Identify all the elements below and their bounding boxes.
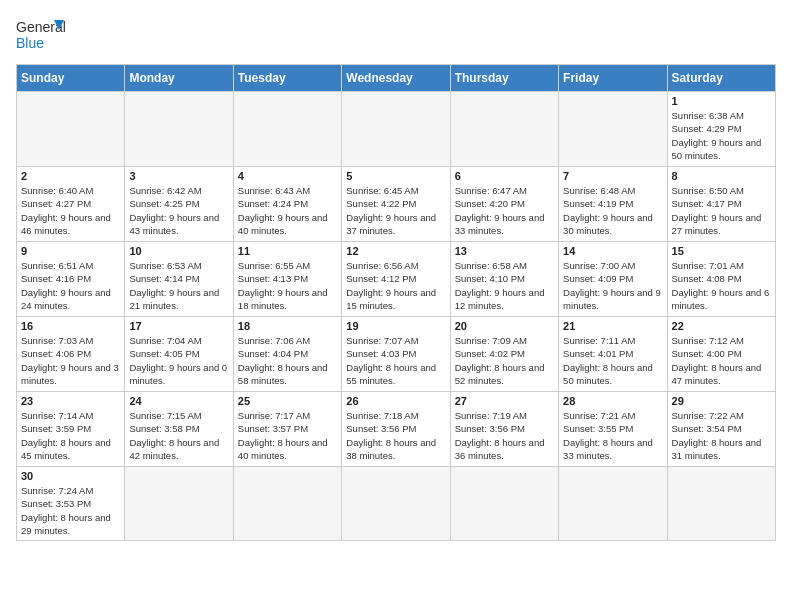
- day-info: Sunrise: 7:09 AM Sunset: 4:02 PM Dayligh…: [455, 334, 554, 387]
- calendar-cell: 21Sunrise: 7:11 AM Sunset: 4:01 PM Dayli…: [559, 317, 667, 392]
- day-info: Sunrise: 6:42 AM Sunset: 4:25 PM Dayligh…: [129, 184, 228, 237]
- week-row-1: 1Sunrise: 6:38 AM Sunset: 4:29 PM Daylig…: [17, 92, 776, 167]
- week-row-4: 16Sunrise: 7:03 AM Sunset: 4:06 PM Dayli…: [17, 317, 776, 392]
- day-info: Sunrise: 7:14 AM Sunset: 3:59 PM Dayligh…: [21, 409, 120, 462]
- calendar-cell: 11Sunrise: 6:55 AM Sunset: 4:13 PM Dayli…: [233, 242, 341, 317]
- day-number: 16: [21, 320, 120, 332]
- day-number: 17: [129, 320, 228, 332]
- calendar-cell: [342, 467, 450, 541]
- day-info: Sunrise: 7:01 AM Sunset: 4:08 PM Dayligh…: [672, 259, 771, 312]
- week-row-3: 9Sunrise: 6:51 AM Sunset: 4:16 PM Daylig…: [17, 242, 776, 317]
- day-info: Sunrise: 6:48 AM Sunset: 4:19 PM Dayligh…: [563, 184, 662, 237]
- day-number: 11: [238, 245, 337, 257]
- day-number: 20: [455, 320, 554, 332]
- day-number: 18: [238, 320, 337, 332]
- weekday-header-row: SundayMondayTuesdayWednesdayThursdayFrid…: [17, 65, 776, 92]
- day-info: Sunrise: 6:45 AM Sunset: 4:22 PM Dayligh…: [346, 184, 445, 237]
- calendar-cell: 2Sunrise: 6:40 AM Sunset: 4:27 PM Daylig…: [17, 167, 125, 242]
- calendar-cell: 3Sunrise: 6:42 AM Sunset: 4:25 PM Daylig…: [125, 167, 233, 242]
- calendar-cell: [559, 92, 667, 167]
- weekday-header-saturday: Saturday: [667, 65, 775, 92]
- day-info: Sunrise: 6:47 AM Sunset: 4:20 PM Dayligh…: [455, 184, 554, 237]
- week-row-5: 23Sunrise: 7:14 AM Sunset: 3:59 PM Dayli…: [17, 392, 776, 467]
- day-number: 1: [672, 95, 771, 107]
- day-number: 30: [21, 470, 120, 482]
- day-info: Sunrise: 6:58 AM Sunset: 4:10 PM Dayligh…: [455, 259, 554, 312]
- day-info: Sunrise: 7:18 AM Sunset: 3:56 PM Dayligh…: [346, 409, 445, 462]
- day-info: Sunrise: 7:17 AM Sunset: 3:57 PM Dayligh…: [238, 409, 337, 462]
- day-info: Sunrise: 7:24 AM Sunset: 3:53 PM Dayligh…: [21, 484, 120, 537]
- week-row-6: 30Sunrise: 7:24 AM Sunset: 3:53 PM Dayli…: [17, 467, 776, 541]
- calendar-cell: 25Sunrise: 7:17 AM Sunset: 3:57 PM Dayli…: [233, 392, 341, 467]
- day-info: Sunrise: 7:03 AM Sunset: 4:06 PM Dayligh…: [21, 334, 120, 387]
- day-number: 29: [672, 395, 771, 407]
- calendar-cell: 24Sunrise: 7:15 AM Sunset: 3:58 PM Dayli…: [125, 392, 233, 467]
- day-number: 2: [21, 170, 120, 182]
- calendar-cell: 18Sunrise: 7:06 AM Sunset: 4:04 PM Dayli…: [233, 317, 341, 392]
- calendar-cell: [559, 467, 667, 541]
- calendar-cell: [17, 92, 125, 167]
- day-number: 6: [455, 170, 554, 182]
- week-row-2: 2Sunrise: 6:40 AM Sunset: 4:27 PM Daylig…: [17, 167, 776, 242]
- calendar-cell: 7Sunrise: 6:48 AM Sunset: 4:19 PM Daylig…: [559, 167, 667, 242]
- day-number: 24: [129, 395, 228, 407]
- calendar-cell: 5Sunrise: 6:45 AM Sunset: 4:22 PM Daylig…: [342, 167, 450, 242]
- calendar-cell: 30Sunrise: 7:24 AM Sunset: 3:53 PM Dayli…: [17, 467, 125, 541]
- day-number: 9: [21, 245, 120, 257]
- day-number: 22: [672, 320, 771, 332]
- calendar-cell: 4Sunrise: 6:43 AM Sunset: 4:24 PM Daylig…: [233, 167, 341, 242]
- weekday-header-wednesday: Wednesday: [342, 65, 450, 92]
- day-info: Sunrise: 7:15 AM Sunset: 3:58 PM Dayligh…: [129, 409, 228, 462]
- calendar-cell: 10Sunrise: 6:53 AM Sunset: 4:14 PM Dayli…: [125, 242, 233, 317]
- calendar-cell: [233, 92, 341, 167]
- day-number: 14: [563, 245, 662, 257]
- calendar-cell: 27Sunrise: 7:19 AM Sunset: 3:56 PM Dayli…: [450, 392, 558, 467]
- calendar-cell: 22Sunrise: 7:12 AM Sunset: 4:00 PM Dayli…: [667, 317, 775, 392]
- day-info: Sunrise: 7:04 AM Sunset: 4:05 PM Dayligh…: [129, 334, 228, 387]
- calendar-cell: 13Sunrise: 6:58 AM Sunset: 4:10 PM Dayli…: [450, 242, 558, 317]
- calendar-cell: 23Sunrise: 7:14 AM Sunset: 3:59 PM Dayli…: [17, 392, 125, 467]
- weekday-header-monday: Monday: [125, 65, 233, 92]
- calendar-cell: [342, 92, 450, 167]
- day-number: 3: [129, 170, 228, 182]
- day-info: Sunrise: 6:55 AM Sunset: 4:13 PM Dayligh…: [238, 259, 337, 312]
- day-number: 25: [238, 395, 337, 407]
- day-info: Sunrise: 7:07 AM Sunset: 4:03 PM Dayligh…: [346, 334, 445, 387]
- calendar-cell: [667, 467, 775, 541]
- calendar-cell: 17Sunrise: 7:04 AM Sunset: 4:05 PM Dayli…: [125, 317, 233, 392]
- day-number: 12: [346, 245, 445, 257]
- day-number: 5: [346, 170, 445, 182]
- weekday-header-thursday: Thursday: [450, 65, 558, 92]
- day-number: 23: [21, 395, 120, 407]
- day-number: 15: [672, 245, 771, 257]
- calendar-cell: 6Sunrise: 6:47 AM Sunset: 4:20 PM Daylig…: [450, 167, 558, 242]
- day-info: Sunrise: 7:06 AM Sunset: 4:04 PM Dayligh…: [238, 334, 337, 387]
- day-info: Sunrise: 7:22 AM Sunset: 3:54 PM Dayligh…: [672, 409, 771, 462]
- svg-text:Blue: Blue: [16, 35, 44, 51]
- calendar-cell: [125, 92, 233, 167]
- weekday-header-friday: Friday: [559, 65, 667, 92]
- calendar-cell: 8Sunrise: 6:50 AM Sunset: 4:17 PM Daylig…: [667, 167, 775, 242]
- day-number: 21: [563, 320, 662, 332]
- generalblue-logo-icon: GeneralBlue: [16, 16, 66, 52]
- weekday-header-sunday: Sunday: [17, 65, 125, 92]
- day-info: Sunrise: 7:19 AM Sunset: 3:56 PM Dayligh…: [455, 409, 554, 462]
- calendar-cell: 9Sunrise: 6:51 AM Sunset: 4:16 PM Daylig…: [17, 242, 125, 317]
- day-info: Sunrise: 6:43 AM Sunset: 4:24 PM Dayligh…: [238, 184, 337, 237]
- calendar-cell: 15Sunrise: 7:01 AM Sunset: 4:08 PM Dayli…: [667, 242, 775, 317]
- calendar-cell: 14Sunrise: 7:00 AM Sunset: 4:09 PM Dayli…: [559, 242, 667, 317]
- day-info: Sunrise: 7:00 AM Sunset: 4:09 PM Dayligh…: [563, 259, 662, 312]
- calendar-cell: 29Sunrise: 7:22 AM Sunset: 3:54 PM Dayli…: [667, 392, 775, 467]
- day-number: 19: [346, 320, 445, 332]
- day-number: 10: [129, 245, 228, 257]
- calendar-cell: 26Sunrise: 7:18 AM Sunset: 3:56 PM Dayli…: [342, 392, 450, 467]
- calendar-cell: 28Sunrise: 7:21 AM Sunset: 3:55 PM Dayli…: [559, 392, 667, 467]
- page-container: GeneralBlue SundayMondayTuesdayWednesday…: [16, 16, 776, 541]
- day-info: Sunrise: 7:21 AM Sunset: 3:55 PM Dayligh…: [563, 409, 662, 462]
- day-info: Sunrise: 6:56 AM Sunset: 4:12 PM Dayligh…: [346, 259, 445, 312]
- day-number: 13: [455, 245, 554, 257]
- logo: GeneralBlue: [16, 16, 66, 52]
- calendar-cell: 16Sunrise: 7:03 AM Sunset: 4:06 PM Dayli…: [17, 317, 125, 392]
- day-info: Sunrise: 6:40 AM Sunset: 4:27 PM Dayligh…: [21, 184, 120, 237]
- header: GeneralBlue: [16, 16, 776, 52]
